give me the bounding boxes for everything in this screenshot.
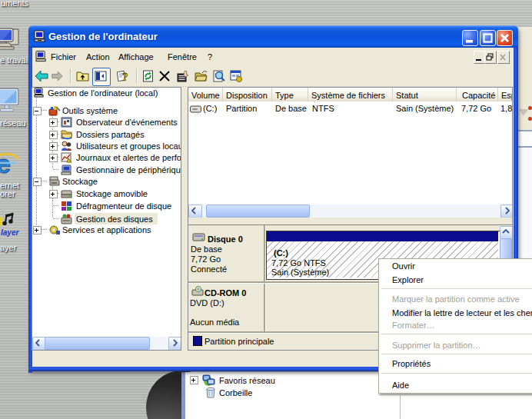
svg-text:?: ?: [122, 71, 128, 82]
